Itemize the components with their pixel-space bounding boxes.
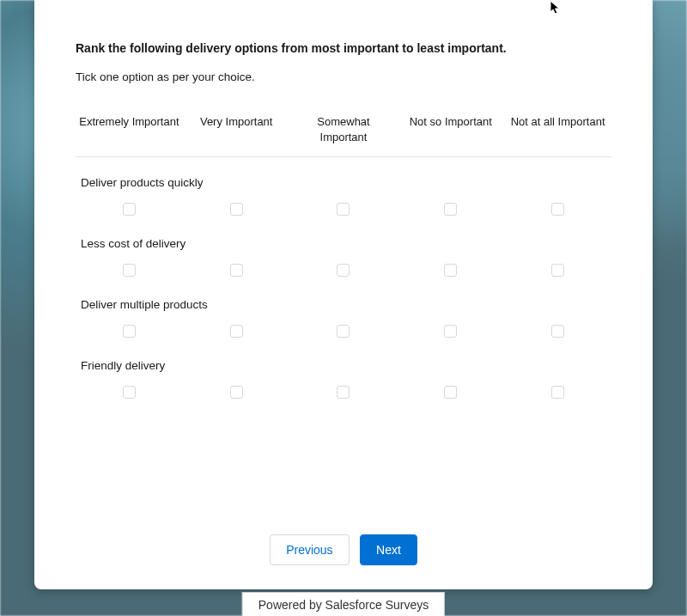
checkbox-row [76,203,611,218]
checkbox[interactable] [551,325,564,338]
footer-badge: Powered by Salesforce Surveys [242,592,445,616]
checkbox[interactable] [230,264,243,277]
next-button[interactable]: Next [360,534,417,565]
checkbox[interactable] [230,325,243,338]
checkbox[interactable] [230,203,243,216]
question-title: Rank the following delivery options from… [76,41,611,55]
checkbox[interactable] [230,386,243,399]
checkbox[interactable] [444,325,457,338]
checkbox-row [76,325,611,340]
matrix-row: Deliver products quickly [76,176,611,218]
checkbox[interactable] [123,264,136,277]
checkbox[interactable] [444,203,457,216]
checkbox[interactable] [337,203,350,216]
matrix-header-row: Extremely Important Very Important Somew… [76,114,611,157]
checkbox[interactable] [444,386,457,399]
matrix-row: Less cost of delivery [76,237,611,279]
row-label: Less cost of delivery [76,237,611,250]
survey-card: Rank the following delivery options from… [34,0,653,589]
row-label: Friendly delivery [76,359,611,372]
ranking-matrix: Extremely Important Very Important Somew… [76,114,611,401]
checkbox-row [76,264,611,279]
column-header: Extremely Important [76,114,183,144]
checkbox[interactable] [551,386,564,399]
checkbox[interactable] [123,203,136,216]
row-label: Deliver multiple products [76,298,611,311]
checkbox[interactable] [123,386,136,399]
matrix-row: Deliver multiple products [76,298,611,340]
checkbox[interactable] [551,264,564,277]
navigation-row: Previous Next [34,534,653,565]
checkbox[interactable] [123,325,136,338]
column-header: Very Important [183,114,290,144]
checkbox[interactable] [337,264,350,277]
checkbox[interactable] [337,386,350,399]
column-header: Not so Important [397,114,504,144]
checkbox-row [76,386,611,401]
checkbox[interactable] [337,325,350,338]
row-label: Deliver products quickly [76,176,611,189]
checkbox[interactable] [551,203,564,216]
question-instruction: Tick one option as per your choice. [76,70,611,83]
matrix-row: Friendly delivery [76,359,611,401]
previous-button[interactable]: Previous [270,534,349,565]
checkbox[interactable] [444,264,457,277]
column-header: Not at all Important [504,114,611,144]
column-header: Somewhat Important [290,114,398,144]
